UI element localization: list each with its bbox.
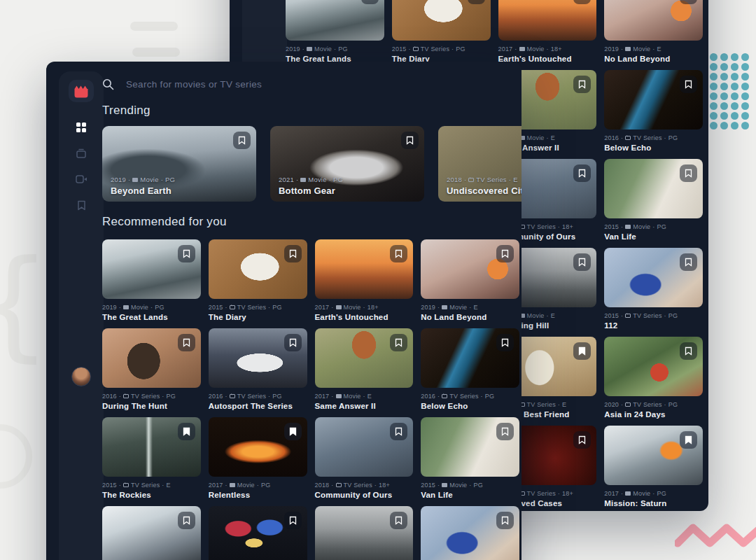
bookmark-button[interactable] [680,0,697,4]
bookmark-button[interactable] [573,164,591,182]
bookmark-button[interactable] [573,76,591,93]
bookmark-icon [501,338,509,347]
movie-title: Mission: Saturn [604,499,703,507]
movie-title: Relentless [209,491,307,499]
movie-meta: 2019·Movie·PG [102,304,201,311]
movie-meta: 2019·Movie·PG [286,46,384,52]
movie-meta: 2016·TV Series·PG [102,393,201,400]
movie-card[interactable]: 2018·TV Series·EUndiscovered Cities [438,126,522,202]
movie-thumbnail [315,239,414,299]
tv-type-icon [413,47,419,51]
bookmark-button[interactable] [573,431,591,449]
bookmark-button[interactable] [178,423,195,440]
bookmark-icon [395,249,402,258]
brace-decoration: { [0,244,51,364]
dot [710,73,718,80]
movie-card[interactable]: 2015·Movie·PGVan Life [421,417,519,499]
tv-type-icon [442,394,447,398]
bookmark-button[interactable] [361,0,379,4]
movie-card[interactable]: 2017·Movie·ESame Answer II [315,328,414,410]
movie-card[interactable] [209,506,307,560]
bookmark-button[interactable] [680,76,697,93]
bookmark-button[interactable] [496,334,514,351]
movie-meta: 2015·TV Series·PG [209,304,307,311]
movie-meta: 2019·Movie·PG [111,176,175,183]
bookmark-button[interactable] [178,334,195,351]
movie-card[interactable]: 2019·Movie·ENo Land Beyond [604,0,703,63]
bookmark-icon [183,427,190,436]
movie-thumbnail: 2018·TV Series·EUndiscovered Cities [438,126,522,202]
movie-card[interactable]: 2017·Movie·18+Earth's Untouched [315,239,414,321]
movie-thumbnail [209,239,307,299]
movie-card[interactable]: 2017·Movie·PGMission: Saturn [604,426,703,507]
movie-card[interactable]: 2016·TV Series·PGBelow Echo [421,328,519,410]
bookmark-button[interactable] [496,423,514,440]
collections-icon [76,148,87,159]
movie-card[interactable]: 2015·TV Series·PGThe Diary [209,239,307,321]
movie-card[interactable]: 2019·Movie·PGThe Great Lands [102,239,201,321]
bookmark-icon [685,346,692,356]
user-avatar[interactable] [71,367,91,386]
dot [710,112,718,120]
bookmark-button[interactable] [284,334,302,351]
bookmark-button[interactable] [496,512,514,529]
bookmark-button[interactable] [680,342,697,360]
movie-card[interactable]: 2019·Movie·PGBeyond Earth [102,126,256,202]
movie-card[interactable]: 2018·TV Series·18+Community of Ours [315,417,414,499]
app-logo[interactable] [69,80,94,102]
bookmark-button[interactable] [284,512,302,529]
bookmark-button[interactable] [680,164,697,182]
bookmark-button[interactable] [178,245,195,262]
movie-card[interactable]: 2017·Movie·PGRelentless [209,417,307,499]
bookmark-button[interactable] [390,423,407,440]
bookmark-button[interactable] [390,334,407,351]
bookmark-button[interactable] [390,512,407,529]
sidebar-item-collections[interactable] [73,145,90,162]
movie-card[interactable]: 2016·TV Series·PGDuring The Hunt [102,328,201,410]
movie-title: The Great Lands [102,313,201,321]
movie-card[interactable]: 2015·TV Series·PG112 [421,506,519,560]
movie-card[interactable]: 2016·TV Series·PGAutosport The Series [209,328,307,410]
movie-card[interactable]: 2015·TV Series·EThe Rockies [102,417,201,499]
dot [710,122,718,130]
movie-card[interactable]: 2015·TV Series·PGThe Diary [392,0,491,63]
sidebar-item-saved[interactable] [73,197,90,214]
bookmark-button[interactable] [496,245,514,262]
bookmark-button[interactable] [573,253,591,271]
bookmark-button[interactable] [284,423,302,440]
movie-card[interactable]: 2019·Movie·ENo Land Beyond [421,239,519,321]
bookmark-button[interactable] [680,431,697,449]
dot [710,63,718,71]
sidebar-item-movies[interactable] [73,171,90,188]
tv-type-icon [230,394,235,398]
bookmark-button[interactable] [178,512,195,529]
movie-card[interactable] [102,506,201,560]
sidebar-item-home[interactable] [73,119,90,136]
bookmark-icon [183,516,190,525]
movie-title: Bottom Gear [279,186,343,196]
bookmark-button[interactable] [401,132,419,149]
movie-title: The Diary [209,313,307,321]
bookmark-button[interactable] [573,342,591,360]
bookmark-button[interactable] [390,245,407,262]
bookmark-icon [578,258,586,267]
search-input[interactable] [125,78,377,90]
movie-card[interactable]: 2017·Movie·18+Earth's Untouched [498,0,597,63]
bookmark-button[interactable] [468,0,485,4]
bookmark-button[interactable] [680,253,697,271]
bookmark-icon [578,169,586,178]
bookmark-button[interactable] [233,132,251,149]
movie-card[interactable]: 2019·Movie·PGThe Great Lands [286,0,384,63]
movie-card[interactable]: 2015·TV Series·PG112 [604,248,703,330]
movie-card[interactable]: 2015·Movie·PGVan Life [604,159,703,241]
movie-card[interactable]: 2018·Movie·EClimbing Hill [315,506,414,560]
movie-card[interactable]: 2016·TV Series·PGBelow Echo [604,70,703,152]
bookmark-button[interactable] [573,0,591,4]
movie-meta: 2016·TV Series·PG [209,393,307,400]
bookmark-icon [183,249,190,258]
movie-title: 112 [604,321,703,330]
movie-card[interactable]: 2021·Movie·PGBottom Gear [270,126,424,202]
dot [720,73,728,80]
bookmark-button[interactable] [284,245,302,262]
movie-card[interactable]: 2020·TV Series·PGAsia in 24 Days [604,337,703,419]
